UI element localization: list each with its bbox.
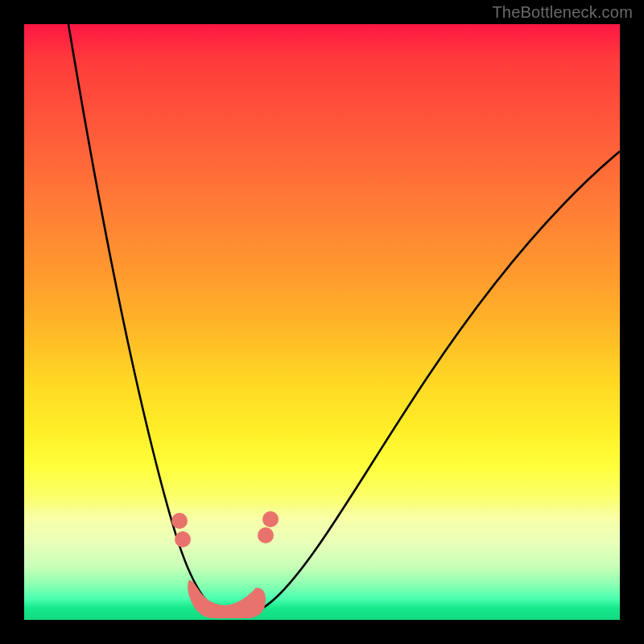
- bottleneck-curve: [24, 24, 620, 620]
- watermark-text: TheBottleneck.com: [492, 3, 633, 22]
- svg-point-1: [175, 531, 191, 547]
- svg-point-3: [262, 511, 279, 527]
- svg-point-0: [171, 513, 188, 529]
- curve-path: [68, 24, 620, 616]
- chart-frame: TheBottleneck.com: [0, 0, 644, 644]
- plot-area: [24, 24, 620, 620]
- svg-point-2: [258, 527, 274, 543]
